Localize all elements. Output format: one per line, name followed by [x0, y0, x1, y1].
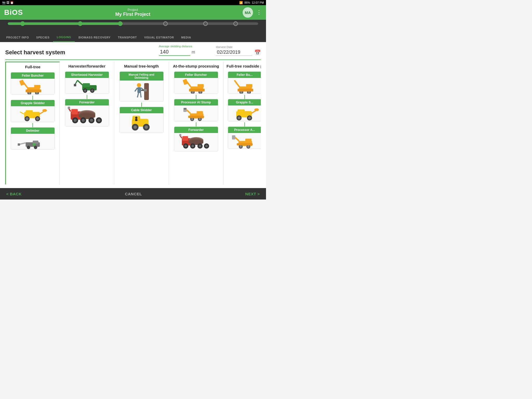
svg-line-115	[251, 110, 256, 113]
harvest-date-input[interactable]	[216, 49, 252, 56]
svg-point-21	[34, 145, 37, 149]
svg-line-52	[135, 88, 137, 91]
connector-roadside-1	[244, 95, 245, 99]
machine-img-shortwood-harvester	[65, 78, 109, 94]
machine-processor-roadside[interactable]: Processor A...	[228, 127, 261, 149]
harvest-date-input-row: 📅	[216, 49, 261, 56]
skidding-unit: m	[192, 50, 195, 55]
machine-cable-skidder[interactable]: Cable Skidder	[119, 107, 164, 133]
harvest-date-label: Harvest Date	[216, 45, 261, 49]
svg-point-94	[191, 145, 194, 147]
status-icons: 📷 🖼 ⏰	[2, 1, 14, 4]
svg-line-15	[39, 111, 44, 114]
tab-project-info[interactable]: PROJECT INFO	[3, 33, 32, 42]
machine-grapple-skidder-2[interactable]: Grapple S...	[228, 99, 261, 121]
nav-tabs: PROJECT INFO SPECIES LOGGING BIOMASS REC…	[0, 33, 266, 42]
svg-point-98	[205, 145, 208, 147]
svg-point-96	[199, 145, 201, 147]
harvest-system-harvester-forwarder[interactable]: Harvester/forwarder Shortwood Harvester	[60, 62, 114, 184]
avatar[interactable]: MA	[243, 7, 253, 18]
machine-label-processor-at-stump: Processor At Stump	[174, 99, 218, 105]
machine-forwarder-2[interactable]: Forwarder	[174, 127, 218, 151]
machine-feller-buncher-3[interactable]: Feller Bu...	[228, 71, 261, 94]
machine-img-manual-felling	[120, 81, 163, 101]
calendar-icon[interactable]: 📅	[254, 49, 261, 56]
machine-feller-buncher-2[interactable]: Feller Buncher	[174, 71, 218, 94]
machine-label-feller-buncher-1: Feller Buncher	[11, 72, 55, 79]
skidding-distance-group: Average skidding distance m	[159, 45, 195, 56]
svg-rect-57	[144, 89, 147, 91]
svg-rect-87	[182, 136, 188, 141]
progress-dot-1	[20, 21, 25, 26]
page-title: Select harvest system	[5, 49, 65, 56]
machine-img-feller-buncher-1	[11, 79, 55, 94]
machine-label-shortwood-harvester: Shortwood Harvester	[65, 72, 109, 78]
machine-label-delimber-1: Delimber	[11, 128, 55, 134]
svg-point-44	[90, 119, 93, 122]
harvest-system-manual-tree-length[interactable]: Manual tree-length Manual Felling and De…	[114, 62, 169, 184]
machine-shortwood-harvester[interactable]: Shortwood Harvester	[65, 71, 109, 94]
skidding-distance-input[interactable]	[159, 48, 190, 56]
status-left: 📷 🖼 ⏰	[2, 1, 14, 4]
svg-point-20	[27, 145, 30, 149]
skidding-distance-input-row: m	[159, 48, 195, 56]
machine-label-manual-felling: Manual Felling and Delimbing	[120, 72, 163, 81]
harvest-system-full-tree-roadside[interactable]: Full-tree roadside p Feller Bu...	[223, 62, 261, 184]
connector-1-2	[32, 96, 33, 100]
tab-visual-estimator[interactable]: VISUAL ESTIMATOR	[141, 33, 178, 42]
svg-point-116	[254, 108, 259, 111]
svg-point-28	[84, 89, 86, 92]
project-name: My First Project	[115, 12, 150, 17]
back-button[interactable]: < BACK	[6, 192, 22, 196]
harvest-system-full-tree[interactable]: Full-tree Feller Buncher	[5, 62, 60, 184]
svg-point-112	[237, 116, 240, 119]
svg-rect-1	[34, 85, 40, 88]
machine-manual-felling[interactable]: Manual Felling and Delimbing	[119, 71, 164, 102]
svg-point-114	[248, 116, 251, 119]
tab-transport[interactable]: TRANSPORT	[114, 33, 141, 42]
machine-img-feller-buncher-2	[174, 78, 218, 94]
harvest-system-at-stump[interactable]: At-the-stump processing Feller Buncher	[169, 62, 223, 184]
svg-rect-75	[183, 79, 188, 85]
svg-line-55	[141, 93, 141, 97]
machine-label-feller-buncher-3: Feller Bu...	[228, 72, 261, 78]
machine-label-forwarder-2: Forwarder	[174, 127, 218, 133]
harvest-systems-container: Full-tree Feller Buncher	[5, 62, 261, 185]
system-title-full-tree-roadside: Full-tree roadside p	[227, 64, 261, 69]
tab-media[interactable]: MEDIA	[178, 33, 195, 42]
top-inputs-row: Select harvest system Average skidding d…	[5, 45, 261, 56]
svg-rect-8	[19, 79, 25, 86]
svg-rect-33	[74, 84, 76, 86]
status-bar: 📷 🖼 ⏰ 📶 86% 12:07 PM	[0, 0, 266, 5]
footer: < BACK CANCEL NEXT >	[0, 188, 266, 200]
machine-delimber-1[interactable]: Delimber	[11, 127, 55, 150]
svg-rect-26	[83, 83, 90, 87]
tab-logging[interactable]: LOGGING	[53, 33, 75, 42]
machine-forwarder-1[interactable]: Forwarder	[65, 99, 109, 127]
svg-rect-125	[232, 135, 235, 139]
app-logo: BiOS	[4, 8, 23, 17]
svg-line-54	[137, 93, 138, 97]
progress-dot-4	[163, 21, 168, 26]
svg-rect-73	[189, 89, 204, 91]
svg-line-17	[20, 112, 24, 114]
svg-rect-10	[26, 110, 33, 114]
connector-2-3	[32, 123, 33, 127]
time-display: 12:07 PM	[252, 1, 264, 4]
system-title-manual-tree-length: Manual tree-length	[124, 64, 159, 69]
machine-grapple-skidder-1[interactable]: Grapple Skidder	[11, 100, 55, 122]
machine-img-delimber-1	[11, 134, 55, 149]
machine-processor-at-stump[interactable]: Processor At Stump	[174, 99, 218, 121]
next-button[interactable]: NEXT >	[245, 192, 260, 196]
tab-species[interactable]: SPECIES	[32, 33, 53, 42]
machine-img-processor-roadside	[228, 133, 261, 149]
more-menu-button[interactable]: ⋮	[256, 9, 262, 16]
svg-point-40	[74, 119, 76, 122]
cancel-button[interactable]: CANCEL	[125, 192, 142, 196]
machine-img-grapple-skidder-1	[11, 106, 55, 122]
machine-feller-buncher-1[interactable]: Feller Buncher	[11, 72, 55, 95]
tab-biomass-recovery[interactable]: BIOMASS RECOVERY	[75, 33, 114, 42]
svg-point-12	[26, 117, 29, 120]
status-right: 📶 86% 12:07 PM	[239, 1, 264, 4]
progress-dot-2	[78, 21, 83, 26]
